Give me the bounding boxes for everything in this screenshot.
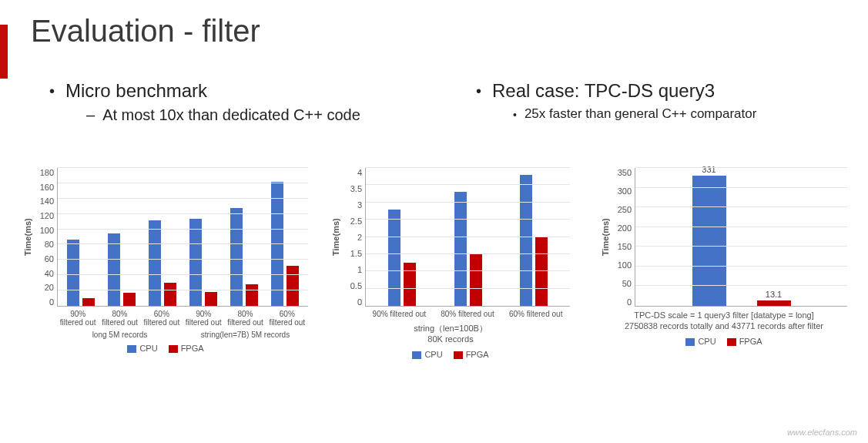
ytick: 20 bbox=[45, 283, 54, 292]
chart3-sub1: TPC-DS scale = 1 query3 filter [datatype… bbox=[625, 310, 823, 321]
xtick-label: 80% filtered out bbox=[434, 308, 502, 320]
ytick: 50 bbox=[622, 279, 632, 288]
chart1-xaxis: 90% filtered out80% filtered out60% filt… bbox=[23, 308, 308, 328]
xtick-label: 80% filtered out bbox=[99, 308, 140, 328]
chart1-group-labels: long 5M records string(len=7B) 5M record… bbox=[23, 328, 308, 339]
legend-fpga-label: FPGA bbox=[739, 337, 762, 346]
ytick: 3 bbox=[357, 200, 362, 210]
chart2-sub2: 80K records bbox=[414, 334, 488, 344]
ytick: 0 bbox=[357, 297, 362, 307]
chart1-legend: CPU FPGA bbox=[127, 344, 203, 353]
bar-cpu bbox=[520, 175, 532, 306]
chart2-ylabel: Time(ms) bbox=[331, 168, 344, 307]
chart2-xaxis: 90% filtered out80% filtered out60% filt… bbox=[331, 308, 570, 320]
chart1-bars bbox=[58, 168, 308, 306]
ytick: 0 bbox=[627, 297, 632, 307]
ytick: 3.5 bbox=[350, 184, 362, 193]
bar-group bbox=[142, 168, 183, 306]
bar-group bbox=[501, 168, 567, 306]
legend-swatch-fpga bbox=[454, 351, 463, 359]
chart2-sub1: string（len=100B） bbox=[414, 323, 488, 334]
accent-bar bbox=[0, 25, 8, 79]
chart2-yaxis: 43.532.521.510.50 bbox=[344, 168, 365, 307]
chart1-group2: string(len=7B) 5M records bbox=[183, 328, 308, 339]
legend-fpga: FPGA bbox=[454, 350, 489, 359]
bar-fpga bbox=[535, 237, 548, 307]
left-sub-text: At most 10x than dedicated C++ code bbox=[102, 106, 360, 124]
legend-fpga-label: FPGA bbox=[181, 344, 204, 353]
bar-fpga: 13.1 bbox=[757, 300, 791, 306]
bar-group bbox=[102, 168, 142, 306]
right-sub: • 25x faster than general C++ comparator bbox=[470, 106, 840, 123]
chart-micro-string100b: Time(ms) 43.532.521.510.50 90% filtered … bbox=[331, 168, 570, 359]
chart2-bars bbox=[366, 168, 570, 306]
right-column: • Real case: TPC-DS query3 • 25x faster … bbox=[470, 80, 840, 123]
ytick: 300 bbox=[618, 186, 632, 196]
bullet-dot-icon: • bbox=[476, 80, 481, 102]
bullet-dot-icon: • bbox=[49, 80, 55, 102]
chart-micro-long-string7b: Time(ms) 180160140120100806040200 90% fi… bbox=[23, 168, 308, 353]
ytick: 0.5 bbox=[350, 281, 362, 290]
ytick: 1 bbox=[357, 265, 362, 274]
legend-cpu: CPU bbox=[685, 337, 716, 346]
bar-group bbox=[61, 168, 102, 306]
dash-icon: – bbox=[86, 106, 95, 124]
bar-value-label: 13.1 bbox=[766, 290, 782, 299]
legend-fpga: FPGA bbox=[727, 337, 762, 346]
bar-fpga bbox=[470, 254, 482, 306]
ytick: 1.5 bbox=[350, 249, 362, 258]
legend-fpga: FPGA bbox=[169, 344, 204, 353]
chart3-subtitle: TPC-DS scale = 1 query3 filter [datatype… bbox=[625, 310, 823, 332]
ytick: 160 bbox=[40, 183, 54, 192]
chart2-plot bbox=[365, 168, 570, 307]
bar-fpga bbox=[404, 263, 416, 306]
chart1-group1: long 5M records bbox=[57, 328, 183, 339]
bar-value-label: 331 bbox=[702, 165, 716, 174]
legend-swatch-cpu bbox=[412, 351, 421, 359]
xtick-label: 90% filtered out bbox=[365, 308, 434, 320]
bar-fpga bbox=[205, 292, 217, 306]
ytick: 60 bbox=[45, 254, 54, 263]
watermark: www.elecfans.com bbox=[787, 428, 857, 437]
bar-cpu bbox=[149, 220, 161, 306]
ytick: 150 bbox=[618, 242, 632, 251]
chart3-plot: 33113.1 bbox=[635, 168, 847, 307]
legend-cpu: CPU bbox=[412, 350, 442, 359]
left-bullet-text: Micro benchmark bbox=[65, 80, 207, 102]
ytick: 180 bbox=[40, 168, 54, 177]
ytick: 2 bbox=[357, 233, 362, 242]
legend-swatch-fpga bbox=[169, 345, 178, 353]
bullet-dot-icon: • bbox=[513, 106, 517, 123]
chart1-plot bbox=[57, 168, 308, 307]
chart1-ylabel: Time(ms) bbox=[23, 168, 35, 307]
chart3-yaxis: 350300250200150100500 bbox=[613, 168, 635, 307]
bar-cpu: 331 bbox=[692, 176, 726, 306]
left-column: • Micro benchmark – At most 10x than ded… bbox=[43, 80, 413, 124]
legend-swatch-cpu bbox=[685, 338, 695, 346]
legend-cpu-label: CPU bbox=[698, 337, 716, 346]
slide-title: Evaluation - filter bbox=[31, 14, 260, 49]
ytick: 140 bbox=[40, 196, 54, 206]
chart2-legend: CPU FPGA bbox=[412, 350, 488, 359]
bar-cpu bbox=[388, 210, 400, 306]
bar-fpga bbox=[123, 293, 136, 306]
bar-group bbox=[369, 168, 435, 306]
xtick-label: 60% filtered out bbox=[501, 308, 570, 320]
ytick: 0 bbox=[49, 297, 54, 307]
legend-cpu-label: CPU bbox=[139, 344, 157, 353]
right-sub-text: 25x faster than general C++ comparator bbox=[524, 106, 756, 123]
ytick: 200 bbox=[618, 223, 632, 233]
bar-cpu bbox=[189, 219, 202, 306]
bar-cpu bbox=[230, 208, 243, 306]
ytick: 4 bbox=[357, 168, 362, 177]
ytick: 250 bbox=[618, 205, 632, 214]
legend-cpu-label: CPU bbox=[424, 350, 442, 359]
chart1-yaxis: 180160140120100806040200 bbox=[35, 168, 57, 307]
bar-fpga bbox=[246, 284, 258, 306]
ytick: 100 bbox=[618, 260, 632, 270]
left-sub: – At most 10x than dedicated C++ code bbox=[43, 106, 413, 124]
ytick: 80 bbox=[45, 240, 54, 249]
bar-group bbox=[183, 168, 223, 306]
ytick: 100 bbox=[40, 226, 54, 235]
right-bullet: • Real case: TPC-DS query3 bbox=[470, 80, 840, 102]
